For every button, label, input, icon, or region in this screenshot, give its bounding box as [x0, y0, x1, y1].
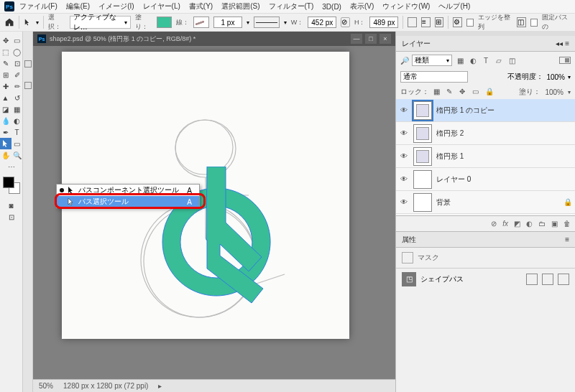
opacity-value[interactable]: 100%: [546, 73, 565, 81]
layer-thumbnail[interactable]: [413, 193, 432, 212]
layer-name[interactable]: 背景: [436, 197, 451, 207]
collapsed-panels[interactable]: [23, 32, 33, 392]
layer-row[interactable]: 👁 レイヤー 0: [396, 168, 575, 191]
visibility-toggle[interactable]: 👁: [399, 106, 409, 116]
menu-help[interactable]: ヘルプ(H): [435, 1, 474, 12]
blend-mode-combo[interactable]: 通常: [400, 71, 468, 83]
lasso-tool[interactable]: ◯: [12, 46, 23, 57]
gradient-tool[interactable]: ▦: [12, 103, 23, 115]
lock-pixels-icon[interactable]: ▦: [433, 88, 442, 96]
marquee-tool[interactable]: ⬚: [0, 46, 12, 57]
maximize-button[interactable]: □: [365, 34, 377, 44]
layer-name[interactable]: 楕円形 2: [436, 129, 464, 139]
home-icon[interactable]: [4, 17, 14, 28]
collapsed-panel-icon[interactable]: [24, 60, 32, 67]
menu-select[interactable]: 選択範囲(S): [218, 1, 263, 12]
filter-pixel-icon[interactable]: ▦: [455, 55, 465, 65]
menu-3d[interactable]: 3D(D): [318, 2, 345, 11]
history-brush-tool[interactable]: ↺: [12, 92, 23, 103]
brush-tool[interactable]: ✏: [12, 80, 23, 92]
mask-icon[interactable]: ◩: [514, 220, 520, 228]
shape-path-icon[interactable]: ◳: [402, 272, 416, 286]
chevron-down-icon[interactable]: ▾: [247, 19, 249, 26]
pen-tool[interactable]: ✒: [0, 126, 12, 138]
stroke-swatch[interactable]: [193, 17, 209, 28]
menu-image[interactable]: イメージ(I): [95, 1, 137, 12]
path-op-icon[interactable]: [542, 274, 553, 285]
layers-panel-tab[interactable]: レイヤー ◂◂≡: [396, 36, 575, 52]
arrange-icon[interactable]: ⊞: [435, 17, 444, 27]
dodge-tool[interactable]: ◐: [12, 115, 23, 126]
layer-name[interactable]: 楕円形 1: [436, 151, 464, 162]
path-select-tool[interactable]: [0, 138, 12, 149]
artboard-tool[interactable]: ▭: [12, 34, 23, 46]
stamp-tool[interactable]: ▲: [0, 92, 12, 103]
layer-row[interactable]: 👁 楕円形 1 のコピー: [396, 99, 575, 122]
minimize-button[interactable]: —: [351, 34, 362, 44]
layer-row[interactable]: 👁 背景 🔒: [396, 191, 575, 214]
visibility-toggle[interactable]: 👁: [399, 197, 409, 207]
blur-tool[interactable]: 💧: [0, 115, 12, 126]
layer-thumbnail[interactable]: [413, 170, 432, 189]
fill-swatch[interactable]: [157, 17, 172, 28]
shape-tool[interactable]: ▭: [12, 138, 23, 149]
eyedropper-tool[interactable]: ✐: [12, 69, 23, 80]
chevron-down-icon[interactable]: ▾: [36, 19, 39, 26]
properties-tab[interactable]: 属性 ≡: [396, 232, 575, 248]
visibility-toggle[interactable]: 👁: [399, 129, 409, 139]
adjustment-icon[interactable]: ◐: [526, 220, 533, 228]
link-icon[interactable]: ⊘: [341, 17, 350, 27]
collapse-icon[interactable]: ◂◂: [556, 39, 563, 47]
crop-tool[interactable]: ⊡: [12, 57, 23, 69]
edit-toolbar[interactable]: ⋯: [6, 161, 17, 172]
stroke-style-combo[interactable]: [254, 17, 280, 28]
quickmask-tool[interactable]: ◙: [6, 200, 17, 211]
visibility-toggle[interactable]: 👁: [399, 151, 409, 162]
width-input[interactable]: [308, 17, 336, 28]
fill-value[interactable]: 100%: [545, 88, 564, 96]
healing-tool[interactable]: ✚: [0, 80, 12, 92]
menu-view[interactable]: 表示(V): [346, 1, 377, 12]
hand-tool[interactable]: ✋: [0, 149, 12, 161]
menu-edit[interactable]: 編集(E): [63, 1, 93, 12]
align-icon[interactable]: ≡: [421, 17, 431, 27]
info-chevron-icon[interactable]: ▸: [158, 382, 162, 390]
layer-thumbnail[interactable]: [413, 147, 432, 166]
filter-type-combo[interactable]: 種類▾: [412, 55, 452, 66]
close-button[interactable]: ×: [380, 34, 391, 44]
move-tool[interactable]: ✥: [0, 34, 12, 46]
menu-filter[interactable]: フィルター(T): [265, 1, 318, 12]
height-input[interactable]: [369, 17, 398, 28]
zoom-tool[interactable]: 🔍: [12, 149, 23, 161]
new-layer-icon[interactable]: ▣: [551, 220, 558, 228]
group-icon[interactable]: 🗀: [538, 220, 546, 228]
type-tool[interactable]: T: [12, 126, 23, 138]
search-icon[interactable]: 🔎: [400, 57, 409, 65]
filter-smart-icon[interactable]: ◫: [507, 55, 517, 65]
fx-icon[interactable]: fx: [502, 220, 508, 228]
menu-type[interactable]: 書式(Y): [185, 1, 216, 12]
lock-brush-icon[interactable]: ✎: [446, 88, 455, 96]
stroke-width-input[interactable]: [213, 17, 242, 28]
layer-thumbnail[interactable]: [413, 124, 432, 143]
layer-row[interactable]: 👁 楕円形 2: [396, 122, 575, 145]
collapsed-panel-icon[interactable]: [24, 82, 32, 89]
screen-mode[interactable]: ⊡: [6, 211, 17, 223]
fixed-path-checkbox[interactable]: [530, 19, 538, 27]
layer-name[interactable]: レイヤー 0: [436, 174, 471, 185]
filter-shape-icon[interactable]: ▱: [494, 55, 504, 65]
layer-thumbnail[interactable]: [413, 101, 432, 120]
filter-adjust-icon[interactable]: ◐: [468, 55, 478, 65]
panel-menu-icon[interactable]: ≡: [565, 235, 569, 243]
pathops-icon[interactable]: [408, 17, 417, 27]
menu-file[interactable]: ファイル(F): [16, 1, 61, 12]
panel-menu-icon[interactable]: ≡: [565, 39, 569, 47]
flyout-item-path-component-select[interactable]: パスコンポーネント選択ツール A: [57, 185, 199, 196]
flyout-item-direct-select[interactable]: パス選択ツール A: [57, 196, 199, 207]
visibility-toggle[interactable]: 👁: [399, 174, 409, 185]
zoom-level[interactable]: 50%: [39, 382, 53, 390]
lock-all-icon[interactable]: 🔒: [485, 88, 494, 96]
lock-artboard-icon[interactable]: ▭: [472, 88, 481, 96]
filter-toggle[interactable]: [559, 57, 571, 64]
filter-type-icon[interactable]: T: [481, 55, 491, 65]
